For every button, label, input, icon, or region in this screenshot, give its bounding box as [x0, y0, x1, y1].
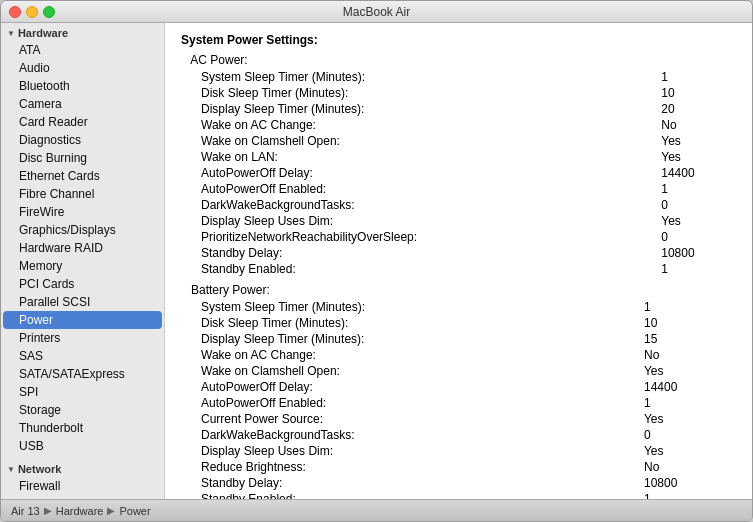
- sidebar-item-parallel-scsi[interactable]: Parallel SCSI: [1, 293, 164, 311]
- battery-power-label: Battery Power:: [181, 283, 736, 297]
- titlebar: MacBook Air: [1, 1, 752, 23]
- sidebar-item-pci-cards[interactable]: PCI Cards: [1, 275, 164, 293]
- table-row: Wake on LAN:Yes: [181, 149, 736, 165]
- prop-label: Standby Delay:: [181, 475, 644, 491]
- sidebar-item-audio[interactable]: Audio: [1, 59, 164, 77]
- table-row: Disk Sleep Timer (Minutes):10: [181, 315, 736, 331]
- main-window: MacBook Air ▼ Hardware ATAAudioBluetooth…: [0, 0, 753, 522]
- window-title: MacBook Air: [343, 5, 410, 19]
- sidebar[interactable]: ▼ Hardware ATAAudioBluetoothCameraCard R…: [1, 23, 165, 499]
- prop-label: AutoPowerOff Enabled:: [181, 181, 661, 197]
- table-row: DarkWakeBackgroundTasks:0: [181, 197, 736, 213]
- table-row: PrioritizeNetworkReachabilityOverSleep:0: [181, 229, 736, 245]
- network-items: FirewallLocationsModemsVolumesWWAN: [1, 477, 164, 499]
- prop-label: Current Power Source:: [181, 411, 644, 427]
- network-group-header: ▼ Network: [1, 459, 164, 477]
- prop-label: Wake on Clamshell Open:: [181, 363, 644, 379]
- prop-value: 10800: [661, 245, 736, 261]
- prop-label: Standby Enabled:: [181, 491, 644, 499]
- prop-value: 1: [661, 181, 736, 197]
- prop-value: Yes: [644, 411, 736, 427]
- battery-properties-table: System Sleep Timer (Minutes):1Disk Sleep…: [181, 299, 736, 499]
- sidebar-item-camera[interactable]: Camera: [1, 95, 164, 113]
- prop-value: 14400: [661, 165, 736, 181]
- sidebar-item-ethernet-cards[interactable]: Ethernet Cards: [1, 167, 164, 185]
- traffic-lights: [9, 6, 55, 18]
- table-row: Display Sleep Uses Dim:Yes: [181, 213, 736, 229]
- prop-value: 15: [644, 331, 736, 347]
- table-row: Wake on AC Change:No: [181, 347, 736, 363]
- prop-value: 14400: [644, 379, 736, 395]
- sidebar-item-memory[interactable]: Memory: [1, 257, 164, 275]
- statusbar: Air 13 ▶ Hardware ▶ Power: [1, 499, 752, 521]
- sidebar-item-firewall[interactable]: Firewall: [1, 477, 164, 495]
- prop-value: 0: [644, 427, 736, 443]
- prop-value: No: [644, 459, 736, 475]
- prop-value: 1: [661, 69, 736, 85]
- sidebar-item-diagnostics[interactable]: Diagnostics: [1, 131, 164, 149]
- sidebar-item-graphics-displays[interactable]: Graphics/Displays: [1, 221, 164, 239]
- prop-value: Yes: [644, 443, 736, 459]
- table-row: Disk Sleep Timer (Minutes):10: [181, 85, 736, 101]
- prop-value: 1: [644, 491, 736, 499]
- hardware-items: ATAAudioBluetoothCameraCard ReaderDiagno…: [1, 41, 164, 455]
- prop-value: 10800: [644, 475, 736, 491]
- prop-label: Display Sleep Timer (Minutes):: [181, 101, 661, 117]
- sidebar-item-ata[interactable]: ATA: [1, 41, 164, 59]
- sidebar-item-sas[interactable]: SAS: [1, 347, 164, 365]
- hardware-triangle: ▼: [7, 29, 15, 38]
- hardware-group-label: Hardware: [18, 27, 68, 39]
- prop-label: PrioritizeNetworkReachabilityOverSleep:: [181, 229, 661, 245]
- prop-value: No: [661, 117, 736, 133]
- maximize-button[interactable]: [43, 6, 55, 18]
- table-row: AutoPowerOff Delay:14400: [181, 165, 736, 181]
- breadcrumb-sep-1: ▶: [44, 505, 52, 516]
- prop-value: 0: [661, 229, 736, 245]
- sidebar-item-hardware-raid[interactable]: Hardware RAID: [1, 239, 164, 257]
- sidebar-item-spi[interactable]: SPI: [1, 383, 164, 401]
- table-row: Standby Delay:10800: [181, 245, 736, 261]
- prop-label: Display Sleep Uses Dim:: [181, 213, 661, 229]
- main-section-title: System Power Settings:: [181, 33, 736, 47]
- table-row: Standby Enabled:1: [181, 491, 736, 499]
- prop-label: Wake on LAN:: [181, 149, 661, 165]
- prop-label: Display Sleep Uses Dim:: [181, 443, 644, 459]
- table-row: AutoPowerOff Enabled:1: [181, 181, 736, 197]
- table-row: Display Sleep Timer (Minutes):20: [181, 101, 736, 117]
- table-row: Wake on Clamshell Open:Yes: [181, 363, 736, 379]
- sidebar-item-power[interactable]: Power: [3, 311, 162, 329]
- table-row: Reduce Brightness:No: [181, 459, 736, 475]
- breadcrumb-item-2: Hardware: [56, 505, 104, 517]
- table-row: Current Power Source:Yes: [181, 411, 736, 427]
- sidebar-item-printers[interactable]: Printers: [1, 329, 164, 347]
- close-button[interactable]: [9, 6, 21, 18]
- table-row: System Sleep Timer (Minutes):1: [181, 299, 736, 315]
- sidebar-item-sata-sataexpress[interactable]: SATA/SATAExpress: [1, 365, 164, 383]
- prop-value: 10: [644, 315, 736, 331]
- sidebar-item-fibre-channel[interactable]: Fibre Channel: [1, 185, 164, 203]
- sidebar-item-bluetooth[interactable]: Bluetooth: [1, 77, 164, 95]
- prop-label: Wake on AC Change:: [181, 117, 661, 133]
- sidebar-item-thunderbolt[interactable]: Thunderbolt: [1, 419, 164, 437]
- prop-value: 1: [661, 261, 736, 277]
- prop-value: 10: [661, 85, 736, 101]
- prop-value: Yes: [661, 149, 736, 165]
- prop-label: DarkWakeBackgroundTasks:: [181, 427, 644, 443]
- ac-power-label: AC Power:: [181, 53, 736, 67]
- sidebar-item-disc-burning[interactable]: Disc Burning: [1, 149, 164, 167]
- sidebar-item-card-reader[interactable]: Card Reader: [1, 113, 164, 131]
- prop-value: 1: [644, 395, 736, 411]
- prop-label: Standby Delay:: [181, 245, 661, 261]
- table-row: AutoPowerOff Delay:14400: [181, 379, 736, 395]
- sidebar-item-usb[interactable]: USB: [1, 437, 164, 455]
- minimize-button[interactable]: [26, 6, 38, 18]
- prop-label: AutoPowerOff Delay:: [181, 165, 661, 181]
- prop-label: Standby Enabled:: [181, 261, 661, 277]
- hardware-group-header: ▼ Hardware: [1, 23, 164, 41]
- prop-label: System Sleep Timer (Minutes):: [181, 69, 661, 85]
- prop-label: System Sleep Timer (Minutes):: [181, 299, 644, 315]
- prop-value: 20: [661, 101, 736, 117]
- main-content: ▼ Hardware ATAAudioBluetoothCameraCard R…: [1, 23, 752, 499]
- sidebar-item-firewire[interactable]: FireWire: [1, 203, 164, 221]
- sidebar-item-storage[interactable]: Storage: [1, 401, 164, 419]
